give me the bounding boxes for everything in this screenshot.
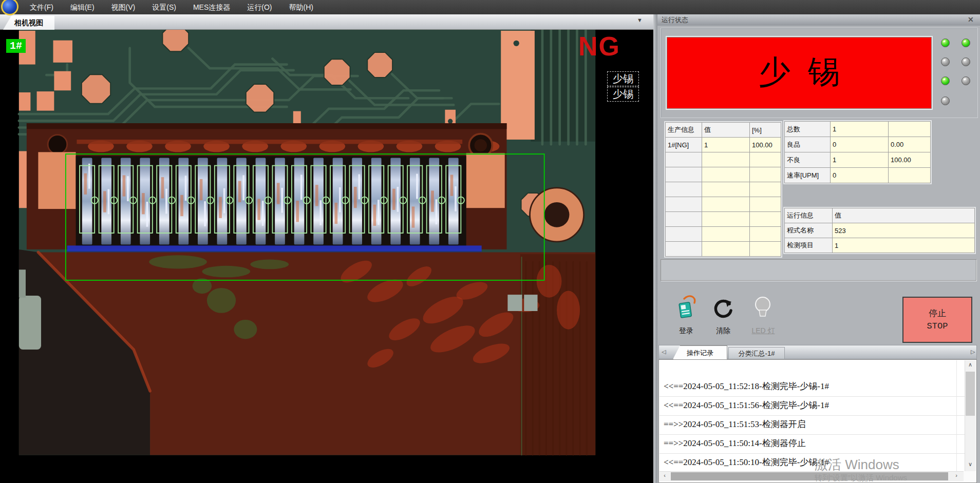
- scrollbar-corner: [964, 471, 976, 481]
- led-lamp-icon[interactable]: [751, 295, 775, 321]
- production-table-cell-5-2: [750, 197, 781, 212]
- stop-button-en: STOP: [903, 320, 971, 333]
- production-table-row-6: [666, 212, 781, 227]
- production-table-cell-2-0: [666, 152, 702, 167]
- menu-item-5[interactable]: 运行(O): [247, 0, 272, 14]
- login-button[interactable]: 登录: [671, 326, 702, 336]
- log-tab-0[interactable]: 操作记录: [673, 345, 727, 359]
- tab-scroll-left-icon[interactable]: ◁: [662, 349, 666, 355]
- production-table-cell-8-1: [702, 242, 750, 257]
- stats-table-cell-1-1: 0: [831, 137, 889, 152]
- clear-button[interactable]: 清除: [709, 326, 738, 336]
- camera-index-badge: 1#: [6, 39, 26, 53]
- windows-activation-hint: 转到“设置”以激活 Windows: [815, 473, 907, 483]
- production-table-cell-3-2: [750, 167, 781, 182]
- production-table-cell-6-1: [702, 212, 750, 227]
- production-table-cell-7-1: [702, 227, 750, 242]
- defect-label-1: 少锡: [607, 87, 639, 102]
- led-specular: [943, 59, 946, 62]
- production-table-row-5: [666, 197, 781, 212]
- production-table-cell-2-2: [750, 152, 781, 167]
- stats-table-row-1: 良品00.00: [785, 137, 931, 152]
- scroll-right-icon[interactable]: ›: [951, 472, 962, 478]
- panel-title: 运行状态: [657, 14, 980, 26]
- camera-tab-strip: [0, 14, 653, 30]
- stats-table-cell-1-2: 0.00: [889, 137, 931, 152]
- production-table-row-8: [666, 242, 781, 257]
- production-table-cell-8-0: [666, 242, 702, 257]
- menu-item-1[interactable]: 编辑(E): [70, 0, 95, 14]
- stats-table-cell-3-1: 0: [831, 168, 889, 183]
- log-row-0: <<==2024-05-05_11:52:18-检测完毕-少锡-1#: [659, 378, 965, 397]
- production-table-row-0: 生产信息值[%]: [666, 123, 781, 138]
- runinfo-table-cell-2-1: 1: [833, 238, 975, 253]
- stats-table-cell-0-0: 总数: [785, 122, 831, 137]
- tab-scroll-right-icon[interactable]: ▷: [971, 349, 975, 355]
- camera-image-view: 1# NG 少锡少锡: [0, 30, 653, 483]
- production-table-cell-1-1: 1: [702, 138, 750, 152]
- led-specular: [964, 40, 967, 43]
- production-table-row-7: [666, 227, 781, 242]
- log-row-3: ==>>2024-05-05_11:50:14-检测器停止: [659, 435, 965, 454]
- production-table-cell-2-1: [702, 152, 750, 167]
- stats-table-row-3: 速率[UPM]0: [785, 168, 931, 183]
- pcb-camera-image: [0, 30, 614, 483]
- stop-button[interactable]: 停止 STOP: [902, 297, 972, 343]
- production-table-cell-0-0: 生产信息: [666, 123, 702, 138]
- production-table-row-3: [666, 167, 781, 182]
- vertical-scroll-thumb[interactable]: [966, 372, 975, 416]
- runinfo-table-cell-2-0: 检测项目: [785, 238, 833, 253]
- log-row-4: <<==2024-05-05_11:50:10-检测完毕-少锡-1#: [659, 454, 965, 471]
- log-row-2: ==>>2024-05-05_11:51:53-检测器开启: [659, 416, 965, 435]
- production-table-cell-6-2: [750, 212, 781, 227]
- production-table-cell-0-1: 值: [702, 123, 750, 138]
- scroll-down-icon[interactable]: ∨: [965, 461, 975, 468]
- production-table-cell-3-0: [666, 167, 702, 182]
- production-table-cell-0-2: [%]: [750, 123, 781, 138]
- runinfo-table-row-0: 运行信息值: [785, 208, 975, 223]
- stats-table-row-2: 不良1100.00: [785, 152, 931, 168]
- log-tab-1[interactable]: 分类汇总-1#: [728, 347, 785, 359]
- scroll-left-icon[interactable]: ‹: [659, 472, 670, 478]
- status-led-1-on: [962, 38, 970, 47]
- runinfo-table-cell-0-1: 值: [833, 208, 975, 223]
- production-table-cell-7-0: [666, 227, 702, 242]
- production-table-cell-4-1: [702, 182, 750, 197]
- clear-refresh-icon[interactable]: [712, 297, 734, 320]
- stats-table-cell-3-2: [889, 168, 931, 183]
- tab-camera-view[interactable]: 相机视图: [3, 16, 54, 30]
- stats-table-cell-2-2: 100.00: [889, 152, 931, 168]
- runinfo-table: 运行信息值程式名称523检测项目1: [784, 208, 975, 253]
- status-led-5-off: [962, 76, 970, 85]
- log-row-1: <<==2024-05-05_11:51:56-检测完毕-少锡-1#: [659, 397, 965, 416]
- menu-items: 文件(F)编辑(E)视图(V)设置(S)MES连接器运行(O)帮助(H): [30, 0, 330, 14]
- led-specular: [964, 78, 967, 81]
- production-table-cell-3-1: [702, 167, 750, 182]
- stop-button-cn: 停止: [903, 307, 971, 320]
- menu-item-3[interactable]: 设置(S): [152, 0, 176, 14]
- chevron-down-icon[interactable]: ▼: [637, 17, 643, 23]
- close-icon[interactable]: ✕: [968, 15, 974, 24]
- defect-label-0: 少锡: [607, 71, 639, 86]
- menu-item-2[interactable]: 视图(V): [111, 0, 136, 14]
- login-badge-icon[interactable]: [674, 295, 700, 321]
- led-specular: [964, 59, 967, 62]
- vertical-splitter[interactable]: [653, 14, 657, 483]
- runinfo-table-cell-0-0: 运行信息: [785, 208, 833, 223]
- led-specular: [943, 78, 946, 81]
- production-table-row-2: [666, 152, 781, 167]
- operation-log-list[interactable]: <<==2024-05-05_11:52:18-检测完毕-少锡-1#<<==20…: [659, 360, 965, 471]
- scroll-up-icon[interactable]: ∧: [965, 361, 975, 368]
- menu-item-4[interactable]: MES连接器: [193, 0, 230, 14]
- stats-table-cell-2-1: 1: [831, 152, 889, 168]
- production-table-cell-6-0: [666, 212, 702, 227]
- menu-item-0[interactable]: 文件(F): [30, 0, 53, 14]
- menu-item-6[interactable]: 帮助(H): [289, 0, 313, 14]
- menu-bar: 文件(F)编辑(E)视图(V)设置(S)MES连接器运行(O)帮助(H): [0, 0, 980, 14]
- status-led-4-on: [941, 76, 950, 85]
- production-table-cell-4-0: [666, 182, 702, 197]
- message-strip: [661, 259, 976, 281]
- runinfo-table-row-2: 检测项目1: [785, 238, 975, 253]
- stats-table-cell-1-0: 良品: [785, 137, 831, 152]
- led-light-button[interactable]: LED 灯: [745, 326, 782, 336]
